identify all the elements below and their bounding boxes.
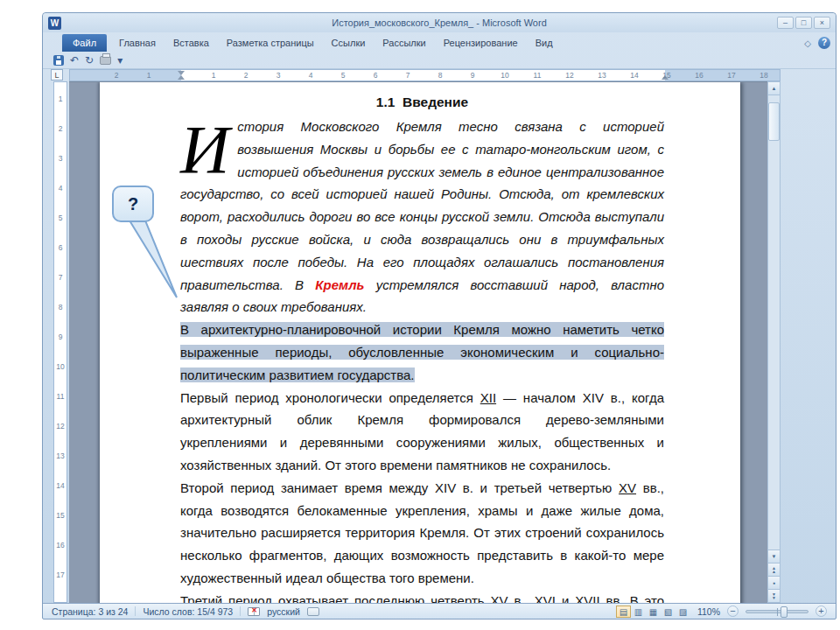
ruler-number: 16 [54,541,66,550]
redo-icon[interactable]: ↻ [85,54,94,66]
callout-tail-icon [119,219,189,302]
window-controls: – □ × [777,17,830,29]
tab-references[interactable]: Ссылки [323,34,374,52]
ruler-number: 2 [54,124,66,133]
view-full-screen-reading[interactable]: ▥ [631,606,646,618]
ruler-number: 1 [54,94,66,103]
text-run: Первый период хронологически определяетс… [180,390,480,405]
ruler-number: 7 [54,273,66,282]
scrollbar-track[interactable] [768,95,780,550]
tab-view[interactable]: Вид [527,34,562,52]
zoom-level[interactable]: 110% [697,606,720,617]
paragraph: Третий период охватывает последнюю четве… [180,590,664,603]
previous-page-button[interactable]: ▲ ▲ [768,563,780,576]
ruler-number: 2 [115,71,119,80]
scroll-up-button[interactable]: ▲ [768,82,780,95]
undo-icon[interactable]: ↶ [70,54,79,66]
view-draft[interactable]: ▨ [676,606,690,618]
section-heading: 1.1 Введение [180,94,664,110]
view-print-layout[interactable]: ▤ [616,606,631,618]
word-window: W История_московского_Кремля_ - Microsof… [42,12,836,620]
text-run: XVI [535,593,556,603]
status-bar: Страница: 3 из 24 Число слов: 15/4 973 р… [43,603,836,619]
vertical-ruler[interactable]: 1234567891011121314151617 [53,81,67,603]
ruler-number: 13 [54,452,66,460]
text-run: Третий период охватывает последнюю четве… [180,593,535,603]
text-run: В архитектурно-планировочной истории Кре… [180,322,664,382]
document-page[interactable]: 1.1 Введение История Московского Кремля … [100,82,740,603]
text-run: стория Московского Кремля тесно связана … [180,119,664,292]
view-web-layout[interactable]: ▦ [646,606,661,618]
language-indicator[interactable]: русский [267,606,300,617]
tab-review[interactable]: Рецензирование [435,34,527,52]
ruler-text-area [181,70,665,80]
tab-home[interactable]: Главная [110,34,164,52]
ruler-number: 16 [695,71,703,80]
status-left-group: Страница: 3 из 24 Число слов: 15/4 973 р… [52,606,319,617]
tab-file[interactable]: Файл [62,34,107,52]
zoom-in-button[interactable]: + [816,606,827,617]
paragraph: История Московского Кремля тесно связана… [180,116,664,318]
next-page-button[interactable]: ▼ ▼ [768,589,780,602]
page-indicator[interactable]: Страница: 3 из 24 [52,606,128,617]
save-icon[interactable] [53,55,64,66]
ruler-number: 14 [54,481,66,490]
ruler-number: 15 [54,511,66,520]
ruler-number: 12 [565,71,573,80]
view-mode-buttons: ▤▥▦▧▨ [616,606,690,618]
ruler-number: 10 [500,71,508,80]
main-area: 1234567891011121314151617 1.1 Введение И… [43,81,836,603]
spellcheck-icon[interactable] [248,607,260,616]
ruler-number: 6 [374,71,378,80]
print-icon[interactable] [100,56,111,65]
status-separator [135,606,136,616]
selected-text: В архитектурно-планировочной истории Кре… [180,322,664,382]
ruler-number: 12 [54,422,66,430]
ruler-number: 14 [630,71,638,80]
vertical-scrollbar[interactable]: ▲ ▼ ▲ ▲ ● ▼ ▼ [767,81,780,603]
paragraphs: История Московского Кремля тесно связана… [180,116,664,603]
text-run: XV [619,480,636,495]
zoom-slider[interactable] [746,610,808,613]
scrollbar-thumb[interactable] [768,102,780,141]
tab-mailings[interactable]: Рассылки [374,34,434,52]
tab-stop-selector[interactable]: L [51,69,63,80]
zoom-out-button[interactable]: − [727,606,738,617]
ruler-number: 3 [54,154,66,163]
hanging-indent-marker[interactable] [178,75,185,80]
title-bar: W История_московского_Кремля_ - Microsof… [43,13,836,32]
tab-insert[interactable]: Вставка [164,34,218,52]
text-run: Второй период занимает время между XIV в… [180,480,619,495]
ruler-number: 5 [54,214,66,222]
select-browse-object-button[interactable]: ● [768,576,780,589]
help-icon[interactable]: ? [818,37,830,49]
ruler-number: 11 [54,392,66,401]
drop-cap: И [180,119,229,180]
document-area: 1.1 Введение История Московского Кремля … [69,81,767,603]
minimize-button[interactable]: – [777,17,794,29]
keyboard-layout-icon[interactable] [307,607,319,616]
zoom-slider-thumb[interactable] [780,606,788,618]
restore-button[interactable]: □ [795,17,812,29]
status-separator [240,606,241,616]
ruler-number: 9 [54,332,66,341]
word-count[interactable]: Число слов: 15/4 973 [143,606,233,617]
qat-menu-icon[interactable]: ▾ [117,54,122,66]
ruler-row: L 21123456789101112131415161718 [43,69,836,81]
horizontal-ruler[interactable]: 21123456789101112131415161718 [69,69,780,81]
ruler-number: 18 [760,71,767,80]
view-outline[interactable]: ▧ [661,606,676,618]
text-run: XII [480,390,496,405]
scroll-down-button[interactable]: ▼ [768,550,780,563]
ruler-number: 10 [54,362,66,371]
ribbon-collapse-icon[interactable]: ◇ [804,38,811,48]
ruler-number: 17 [727,71,735,80]
ruler-number: 1 [147,71,151,80]
ribbon-right-controls: ◇ ? [804,37,830,52]
close-button[interactable]: × [814,17,830,29]
tab-page-layout[interactable]: Разметка страницы [218,34,323,52]
ruler-number: 11 [534,71,542,80]
window-title: История_московского_Кремля_ - Microsoft … [43,18,836,28]
ruler-number: 13 [598,71,606,80]
paragraph: Второй период занимает время между XIV в… [180,477,664,590]
